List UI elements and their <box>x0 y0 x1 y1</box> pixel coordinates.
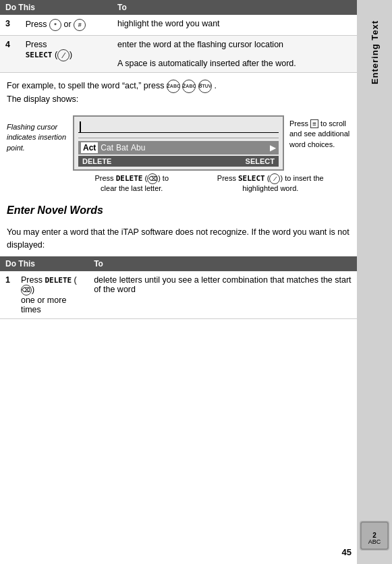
right-arrow: ▶ <box>270 143 276 152</box>
press-label: Press <box>26 20 47 29</box>
word-act: Act <box>81 142 98 153</box>
example-text-block: For example, to spell the word “act,” pr… <box>0 73 357 111</box>
action-3: highlight the word you want <box>112 15 357 36</box>
example-period: . <box>214 81 216 90</box>
press-label-4: Press <box>26 40 47 49</box>
left-annotation: Flashing cursor indicates insertion poin… <box>7 115 67 153</box>
key-2abc-1: 2ABC <box>167 80 180 93</box>
row-press-delete: Press DELETE (⌫) one or more times <box>16 271 88 319</box>
action-4-line2: A space is automatically inserted after … <box>117 59 296 68</box>
bottom-table: Do This To 1 Press DELETE (⌫) one or mor… <box>0 256 357 319</box>
novel-words-text: You may enter a word that the iTAP softw… <box>7 227 349 250</box>
main-content: Do This To 3 Press * or # highlight the … <box>0 0 357 564</box>
svg-text:ABC: ABC <box>368 538 381 545</box>
delete-icon: ⌫ <box>147 173 158 184</box>
cursor <box>80 121 81 132</box>
key-8tuv: 8TUV <box>198 80 212 93</box>
select-key-icon: ∕ <box>57 49 69 61</box>
display-bottom-bar: DELETE SELECT <box>78 156 279 167</box>
novel-words-heading: Enter Novel Words <box>0 199 357 219</box>
table-row: 4 Press SELECT (∕) enter the word at the… <box>0 36 357 73</box>
row-press-4: Press SELECT (∕) <box>20 36 112 73</box>
cursor-line <box>78 119 279 133</box>
select-key-label: SELECT <box>26 51 53 59</box>
display-label: The display shows: <box>7 94 78 104</box>
row-press-3: Press * or # <box>20 15 112 36</box>
delete-key: DELETE <box>45 276 72 285</box>
action-4-line1: enter the word at the flashing cursor lo… <box>117 40 283 49</box>
display-annotations: Flashing cursor indicates insertion poin… <box>7 115 350 171</box>
or-label: or <box>64 20 74 29</box>
word-cat: Cat <box>101 143 113 152</box>
col2-header: To <box>112 0 357 15</box>
action-4: enter the word at the flashing cursor lo… <box>112 36 357 73</box>
action-delete: delete letters until you see a letter co… <box>88 271 357 319</box>
example-intro: For example, to spell the word “act,” pr… <box>7 81 164 90</box>
key-2abc-2: 2ABC <box>182 80 196 93</box>
bottom-col2-header: To <box>88 256 357 271</box>
novel-words-body: You may enter a word that the iTAP softw… <box>0 219 357 257</box>
page-container: Do This To 3 Press * or # highlight the … <box>0 0 392 564</box>
right-sidebar: Entering Text 2 ABC <box>357 0 392 564</box>
bottom-annotations: Press DELETE (⌫) to clear the last lette… <box>7 171 350 192</box>
sidebar-label: Entering Text <box>370 20 380 84</box>
page-number: 45 <box>342 547 352 557</box>
hash-key: # <box>74 19 86 31</box>
top-table: Do This To 3 Press * or # highlight the … <box>0 0 357 73</box>
delete-key-label: DELETE <box>116 174 143 183</box>
delete-icon-b: ⌫ <box>21 285 32 295</box>
display-section: Flashing cursor indicates insertion poin… <box>0 111 357 199</box>
display-box: Act Cat Bat Abu ▶ DELETE SELECT <box>73 115 284 171</box>
row-number: 3 <box>0 15 20 36</box>
word-bat: Bat <box>116 143 128 152</box>
bottom-ann-left: Press DELETE (⌫) to clear the last lette… <box>88 173 175 192</box>
table-row: 3 Press * or # highlight the word you wa… <box>0 15 357 36</box>
row-number-4: 4 <box>0 36 20 73</box>
row-number-1: 1 <box>0 271 16 319</box>
delete-label: DELETE <box>82 157 111 165</box>
select-icon2: ∕ <box>269 173 280 184</box>
one-or-more: one or more times <box>21 295 66 314</box>
select-paren-close: ) <box>69 50 72 59</box>
word-row: Act Cat Bat Abu ▶ <box>78 141 279 154</box>
col1-header: Do This <box>0 0 112 15</box>
table-row: 1 Press DELETE (⌫) one or more times del… <box>0 271 357 319</box>
star-key: * <box>49 19 61 31</box>
word-abu: Abu <box>131 143 145 152</box>
svg-text:2: 2 <box>372 532 376 539</box>
select-label: SELECT <box>246 157 275 165</box>
sidebar-icon: 2 ABC <box>360 521 389 551</box>
bottom-col1-header: Do This <box>0 256 88 271</box>
right-annotation: Press ≡ to scroll and see additional wor… <box>289 115 350 150</box>
press-delete-label: Press <box>21 275 43 285</box>
bottom-ann-right: Press SELECT (∕) to insert the highlight… <box>217 173 325 192</box>
select-key-label2: SELECT <box>238 174 265 183</box>
